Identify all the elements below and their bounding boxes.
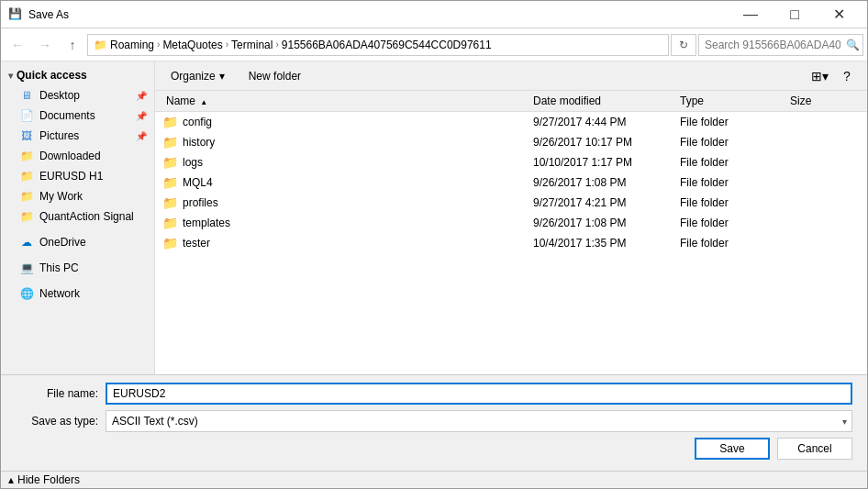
sidebar-item-documents[interactable]: 📄 Documents 📌 [1, 106, 154, 126]
col-name-sort-arrow: ▲ [200, 98, 207, 106]
breadcrumb-item-3[interactable]: 915566BA06ADA407569C544CC0D97611 [282, 39, 492, 51]
file-name-cell: 📁 history [162, 135, 529, 150]
file-type: File folder [676, 116, 786, 128]
thispc-icon: 💻 [19, 261, 34, 275]
new-folder-button[interactable]: New folder [240, 65, 309, 87]
table-row[interactable]: 📁 logs 10/10/2017 1:17 PM File folder [155, 152, 867, 172]
breadcrumb-item-1[interactable]: MetaQuotes [162, 39, 222, 51]
col-header-name[interactable]: Name ▲ [162, 93, 529, 109]
breadcrumb-bar[interactable]: 📁 Roaming › MetaQuotes › Terminal › 9155… [87, 34, 669, 56]
pictures-pin-icon: 📌 [136, 131, 147, 141]
search-input[interactable] [698, 34, 863, 56]
save-button[interactable]: Save [695, 438, 770, 460]
organize-label: Organize [171, 70, 216, 83]
breadcrumb-item-0[interactable]: Roaming [110, 39, 154, 51]
folder-icon: 📁 [162, 115, 177, 129]
file-list-header: Name ▲ Date modified Type Size [155, 91, 867, 112]
cancel-button[interactable]: Cancel [777, 438, 852, 460]
new-folder-label: New folder [249, 70, 301, 83]
sidebar-item-quantaction[interactable]: 📁 QuantAction Signal [1, 206, 154, 227]
minimize-button[interactable]: — [729, 1, 772, 28]
sidebar-pictures-label: Pictures [39, 129, 79, 142]
file-toolbar: Organize ▾ New folder ⊞▾ ? [155, 61, 867, 91]
file-name: templates [183, 217, 230, 229]
sidebar-item-pictures[interactable]: 🖼 Pictures 📌 [1, 126, 154, 146]
onedrive-icon: ☁ [19, 235, 34, 250]
breadcrumb-separator-0: › [157, 39, 160, 50]
sidebar-network-label: Network [39, 287, 80, 300]
view-controls: ⊞▾ ? [807, 65, 860, 87]
maximize-button[interactable]: □ [773, 1, 816, 28]
savetype-label: Save as type: [16, 415, 98, 428]
col-date-label: Date modified [533, 94, 601, 107]
refresh-button[interactable]: ↻ [671, 34, 696, 56]
title-bar: 💾 Save As — □ ✕ [1, 1, 867, 28]
address-toolbar: ← → ↑ 📁 Roaming › MetaQuotes › Terminal … [1, 28, 867, 61]
pictures-icon: 🖼 [19, 128, 34, 143]
folder-icon: 📁 [162, 195, 177, 210]
file-date: 9/26/2017 1:08 PM [529, 217, 676, 229]
file-name: MQL4 [183, 176, 213, 189]
sidebar-downloaded-label: Downloaded [39, 150, 101, 162]
file-name-cell: 📁 config [162, 115, 529, 129]
sidebar-onedrive-label: OneDrive [39, 236, 86, 249]
close-button[interactable]: ✕ [818, 1, 860, 28]
folder-icon: 📁 [162, 155, 177, 170]
sidebar-item-thispc[interactable]: 💻 This PC [1, 258, 154, 278]
col-header-size[interactable]: Size [786, 93, 860, 109]
quick-access-arrow: ▾ [8, 71, 13, 81]
folder-icon: 📁 [162, 135, 177, 150]
buttons-row: Save Cancel [16, 438, 852, 463]
organize-dropdown-icon: ▾ [219, 70, 225, 83]
table-row[interactable]: 📁 MQL4 9/26/2017 1:08 PM File folder [155, 172, 867, 193]
search-button[interactable]: 🔍 [846, 39, 860, 51]
col-header-date[interactable]: Date modified [529, 93, 676, 109]
sidebar-item-network[interactable]: 🌐 Network [1, 283, 154, 304]
file-type: File folder [676, 156, 786, 169]
sidebar-quick-access-header[interactable]: ▾ Quick access [1, 65, 154, 85]
cancel-label: Cancel [797, 442, 831, 455]
file-name-cell: 📁 logs [162, 155, 529, 170]
file-name: history [183, 136, 215, 149]
search-wrapper: 🔍 [698, 34, 863, 56]
sidebar-item-downloaded[interactable]: 📁 Downloaded [1, 146, 154, 166]
file-name-cell: 📁 profiles [162, 195, 529, 210]
file-name-cell: 📁 MQL4 [162, 175, 529, 190]
organize-button[interactable]: Organize ▾ [162, 65, 233, 87]
breadcrumb-item-2[interactable]: Terminal [231, 39, 273, 51]
breadcrumb-folder-icon: 📁 [94, 39, 107, 51]
documents-pin-icon: 📌 [136, 111, 147, 121]
help-button[interactable]: ? [834, 65, 860, 87]
file-type: File folder [676, 196, 786, 209]
table-row[interactable]: 📁 templates 9/26/2017 1:08 PM File folde… [155, 213, 867, 233]
col-header-type[interactable]: Type [676, 93, 786, 109]
file-name: tester [183, 237, 210, 250]
filename-input[interactable] [106, 383, 852, 405]
table-row[interactable]: 📁 tester 10/4/2017 1:35 PM File folder [155, 233, 867, 253]
up-button[interactable]: ↑ [60, 32, 85, 58]
col-type-label: Type [680, 94, 704, 107]
table-row[interactable]: 📁 profiles 9/27/2017 4:21 PM File folder [155, 193, 867, 213]
table-row[interactable]: 📁 history 9/26/2017 10:17 PM File folder [155, 132, 867, 152]
view-options-button[interactable]: ⊞▾ [807, 65, 832, 87]
sidebar-item-onedrive[interactable]: ☁ OneDrive [1, 232, 154, 252]
hide-folders-row[interactable]: ▴ Hide Folders [1, 471, 867, 488]
sidebar-quantaction-label: QuantAction Signal [39, 210, 134, 223]
sidebar-item-desktop[interactable]: 🖥 Desktop 📌 [1, 85, 154, 106]
hide-folders-arrow-icon: ▴ [8, 473, 14, 486]
file-date: 9/26/2017 10:17 PM [529, 136, 676, 149]
sidebar-documents-label: Documents [39, 109, 95, 122]
file-date: 9/27/2017 4:44 PM [529, 116, 676, 128]
save-label: Save [719, 442, 744, 455]
my-work-icon: 📁 [19, 189, 34, 204]
savetype-select[interactable]: ASCII Text (*.csv) [106, 410, 852, 432]
hide-folders-label: Hide Folders [17, 473, 80, 486]
sidebar-item-my-work[interactable]: 📁 My Work [1, 186, 154, 206]
breadcrumb-separator-2: › [275, 39, 278, 50]
desktop-pin-icon: 📌 [136, 91, 147, 101]
table-row[interactable]: 📁 config 9/27/2017 4:44 PM File folder [155, 112, 867, 132]
folder-icon: 📁 [162, 236, 177, 250]
back-button[interactable]: ← [5, 32, 30, 58]
forward-button[interactable]: → [32, 32, 58, 58]
sidebar-item-eurusd-h1[interactable]: 📁 EURUSD H1 [1, 166, 154, 186]
